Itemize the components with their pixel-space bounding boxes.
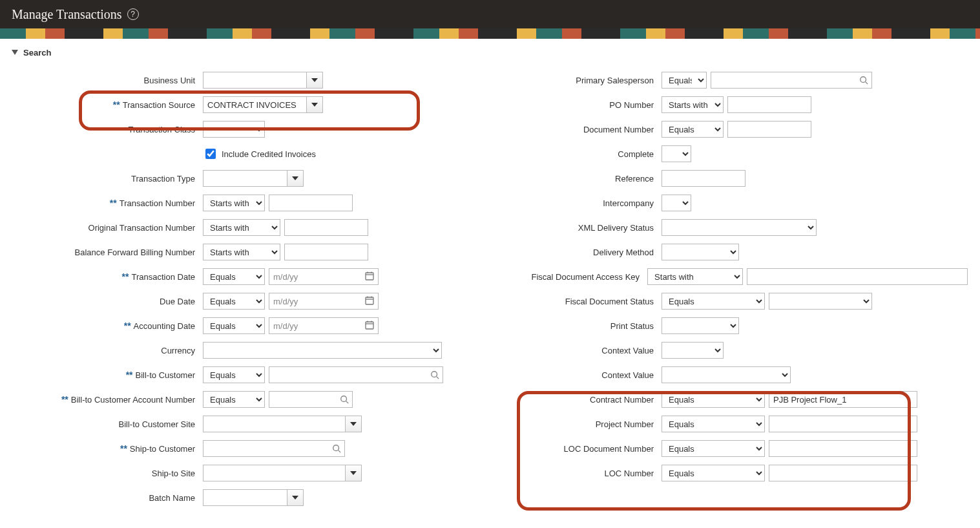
chevron-down-icon — [311, 103, 318, 107]
business-unit-lov-button[interactable] — [306, 72, 323, 89]
row-bill-to-acct: **Bill-to Customer Account Number Equals — [12, 387, 451, 412]
xml-delivery-select[interactable] — [662, 219, 817, 236]
required-mark: ** — [61, 394, 68, 405]
row-context-value-2: Context Value — [477, 363, 968, 387]
loc-number-input[interactable] — [769, 465, 917, 481]
contract-number-op[interactable]: Equals — [662, 391, 765, 408]
row-print-status: Print Status — [477, 313, 968, 338]
label-bill-to-customer: Bill-to Customer — [136, 370, 195, 380]
intercompany-select[interactable] — [662, 195, 691, 211]
context-value-1-select[interactable] — [662, 342, 724, 359]
label-complete: Complete — [477, 149, 658, 159]
transaction-type-input[interactable] — [203, 170, 287, 187]
business-unit-input[interactable] — [203, 72, 306, 89]
row-batch-name: Batch Name — [12, 485, 451, 510]
transaction-date-op[interactable]: Equals — [203, 268, 265, 285]
row-fiscal-access-key: Fiscal Document Access Key Starts with — [477, 264, 968, 289]
delivery-method-select[interactable] — [662, 244, 739, 260]
label-project-number: Project Number — [477, 419, 658, 429]
print-status-select[interactable] — [662, 317, 739, 334]
label-bill-to-site: Bill-to Customer Site — [12, 419, 199, 429]
label-due-date: Due Date — [12, 297, 199, 306]
row-due-date: Due Date Equals — [12, 289, 451, 313]
bill-to-acct-op[interactable]: Equals — [203, 391, 265, 408]
transaction-number-op[interactable]: Starts with — [203, 195, 265, 211]
row-primary-salesperson: Primary Salesperson Equals — [477, 68, 968, 92]
label-accounting-date: Accounting Date — [134, 321, 195, 331]
transaction-source-lov-button[interactable] — [306, 96, 323, 113]
search-section-header[interactable]: Search — [12, 48, 968, 58]
transaction-date-input[interactable] — [269, 268, 379, 285]
row-transaction-number: **Transaction Number Starts with — [12, 191, 451, 215]
transaction-number-input[interactable] — [269, 195, 353, 211]
original-txn-number-input[interactable] — [284, 219, 368, 236]
batch-name-input[interactable] — [203, 489, 287, 506]
complete-select[interactable] — [662, 145, 691, 162]
bill-to-site-input[interactable] — [203, 416, 345, 432]
label-business-unit: Business Unit — [12, 76, 199, 85]
required-mark: ** — [124, 321, 131, 331]
accounting-date-input[interactable] — [269, 317, 379, 334]
row-delivery-method: Delivery Method — [477, 240, 968, 264]
document-number-op[interactable]: Equals — [662, 121, 724, 138]
bill-to-acct-input[interactable] — [269, 391, 353, 408]
label-fiscal-access-key: Fiscal Document Access Key — [477, 272, 643, 282]
original-txn-number-op[interactable]: Starts with — [203, 219, 280, 236]
transaction-source-input[interactable] — [203, 96, 306, 113]
currency-select[interactable] — [203, 342, 442, 359]
label-fiscal-status: Fiscal Document Status — [477, 297, 658, 306]
calendar-icon[interactable] — [364, 271, 375, 283]
svg-marker-0 — [12, 50, 18, 55]
label-xml-delivery: XML Delivery Status — [477, 223, 658, 233]
fiscal-status-select[interactable] — [769, 293, 872, 310]
fiscal-status-op[interactable]: Equals — [662, 293, 765, 310]
transaction-class-select[interactable] — [203, 121, 265, 138]
document-number-input[interactable] — [727, 121, 811, 138]
reference-input[interactable] — [662, 170, 745, 187]
include-credited-checkbox[interactable] — [205, 149, 216, 159]
row-ship-to-customer: **Ship-to Customer — [12, 436, 451, 461]
bill-to-customer-op[interactable]: Equals — [203, 366, 265, 383]
label-primary-salesperson: Primary Salesperson — [477, 76, 658, 85]
bill-to-customer-input[interactable] — [269, 366, 443, 383]
contract-number-input[interactable] — [769, 391, 917, 408]
loc-number-op[interactable]: Equals — [662, 465, 765, 481]
search-heading: Search — [23, 48, 51, 58]
due-date-input[interactable] — [269, 293, 379, 310]
po-number-input[interactable] — [727, 96, 811, 113]
page-header: Manage Transactions ? — [0, 0, 980, 28]
batch-name-lov-button[interactable] — [287, 489, 304, 506]
row-transaction-source: **Transaction Source — [12, 92, 451, 117]
fiscal-access-key-op[interactable]: Starts with — [647, 268, 743, 285]
primary-salesperson-input[interactable] — [711, 72, 872, 89]
ship-to-site-input[interactable] — [203, 465, 345, 481]
fiscal-access-key-input[interactable] — [747, 268, 968, 285]
row-context-value-1: Context Value — [477, 338, 968, 363]
required-mark: ** — [122, 271, 129, 282]
row-contract-number: Contract Number Equals — [477, 387, 968, 412]
help-icon[interactable]: ? — [127, 8, 139, 20]
label-context-value-1: Context Value — [477, 346, 658, 355]
context-value-2-select[interactable] — [662, 366, 791, 383]
accounting-date-op[interactable]: Equals — [203, 317, 265, 334]
loc-doc-number-op[interactable]: Equals — [662, 440, 765, 457]
ship-to-customer-input[interactable] — [203, 440, 345, 457]
label-ship-to-site: Ship-to Site — [12, 469, 199, 478]
transaction-type-lov-button[interactable] — [287, 170, 304, 187]
loc-doc-number-input[interactable] — [769, 440, 917, 457]
primary-salesperson-op[interactable]: Equals — [662, 72, 707, 89]
ship-to-site-lov-button[interactable] — [345, 465, 362, 481]
project-number-op[interactable]: Equals — [662, 416, 765, 432]
row-balance-fwd: Balance Forward Billing Number Starts wi… — [12, 240, 451, 264]
po-number-op[interactable]: Starts with — [662, 96, 724, 113]
row-bill-to-site: Bill-to Customer Site — [12, 412, 451, 436]
calendar-icon[interactable] — [364, 320, 375, 332]
required-mark: ** — [126, 370, 133, 380]
balance-fwd-input[interactable] — [284, 244, 368, 260]
calendar-icon[interactable] — [364, 295, 375, 308]
chevron-down-icon — [350, 422, 357, 426]
bill-to-site-lov-button[interactable] — [345, 416, 362, 432]
project-number-input[interactable] — [769, 416, 917, 432]
balance-fwd-op[interactable]: Starts with — [203, 244, 280, 260]
due-date-op[interactable]: Equals — [203, 293, 265, 310]
